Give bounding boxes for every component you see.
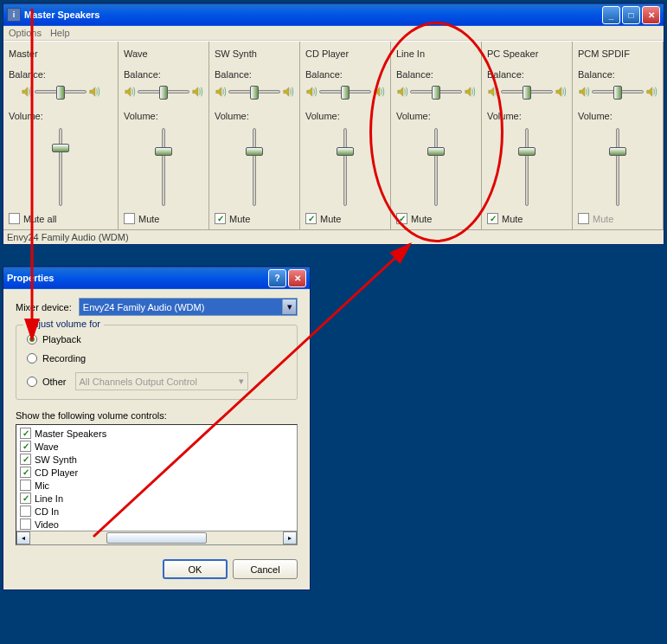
radio-recording[interactable]: Recording xyxy=(27,353,286,364)
mute-checkbox[interactable]: ✓ xyxy=(9,213,20,224)
mixer-device-label: Mixer device: xyxy=(16,302,72,312)
volume-thumb[interactable] xyxy=(246,147,263,156)
volume-slider[interactable] xyxy=(426,128,446,206)
balance-thumb[interactable] xyxy=(432,86,440,100)
volume-slider[interactable] xyxy=(335,128,356,206)
radio-playback[interactable]: Playback xyxy=(27,334,286,345)
mixer-device-combo[interactable]: Envy24 Family Audio (WDM) ▾ xyxy=(79,298,298,316)
volume-thumb[interactable] xyxy=(52,144,69,152)
channel-pcm-spdif: PCM SPDIFBalance:Volume:✓Mute xyxy=(573,42,664,229)
menu-help[interactable]: Help xyxy=(50,28,70,38)
balance-slider[interactable] xyxy=(501,90,553,93)
control-item-label: Mic xyxy=(35,480,49,491)
chevron-down-icon: ▾ xyxy=(239,376,244,387)
volume-thumb[interactable] xyxy=(427,147,445,156)
volume-slider[interactable] xyxy=(244,128,265,206)
balance-slider[interactable] xyxy=(35,90,87,93)
balance-slider[interactable] xyxy=(592,90,644,93)
balance-thumb[interactable] xyxy=(159,86,168,100)
control-checkbox[interactable]: ✓ xyxy=(20,454,31,465)
mixer-panel: MasterBalance:Volume:✓Mute allWaveBalanc… xyxy=(3,41,664,229)
control-checkbox[interactable]: ✓ xyxy=(20,467,31,478)
channel-wave: WaveBalance:Volume:✓Mute xyxy=(119,42,209,229)
radio-other[interactable]: Other All Channels Output Control ▾ xyxy=(27,372,286,390)
volume-thumb[interactable] xyxy=(155,147,172,156)
control-item[interactable]: ✓Mic xyxy=(18,479,295,492)
volume-slider[interactable] xyxy=(607,128,628,206)
cancel-button[interactable]: Cancel xyxy=(233,559,298,579)
control-item-label: Master Speakers xyxy=(35,428,106,439)
mute-label: Mute xyxy=(593,214,613,224)
radio-icon xyxy=(27,353,37,364)
scroll-thumb[interactable] xyxy=(106,532,208,544)
volume-label: Volume: xyxy=(124,111,203,121)
mute-checkbox[interactable]: ✓ xyxy=(305,213,317,224)
control-item[interactable]: ✓CD In xyxy=(18,505,295,518)
radio-icon xyxy=(27,377,37,387)
balance-slider[interactable] xyxy=(319,90,371,93)
mixer-title: Master Speakers xyxy=(24,10,602,20)
balance-slider[interactable] xyxy=(138,90,189,93)
volume-label: Volume: xyxy=(305,111,385,121)
volume-slider[interactable] xyxy=(516,128,537,206)
channel-title: Master xyxy=(9,48,112,59)
volume-thumb[interactable] xyxy=(518,147,536,156)
control-item[interactable]: ✓Wave xyxy=(18,440,295,453)
volume-label: Volume: xyxy=(215,111,294,121)
channel-title: PCM SPDIF xyxy=(578,48,657,59)
volume-label: Volume: xyxy=(396,111,476,121)
balance-thumb[interactable] xyxy=(613,86,622,100)
balance-slider[interactable] xyxy=(410,90,462,93)
properties-titlebar[interactable]: Properties ? ✕ xyxy=(3,267,310,289)
control-item[interactable]: ✓Line In xyxy=(18,492,295,505)
channel-title: Line In xyxy=(396,48,476,59)
mute-checkbox[interactable]: ✓ xyxy=(487,213,498,224)
mute-label: Mute all xyxy=(23,214,57,224)
properties-close-button[interactable]: ✕ xyxy=(288,269,306,287)
volume-slider[interactable] xyxy=(153,128,174,206)
volume-label: Volume: xyxy=(9,111,112,121)
balance-label: Balance: xyxy=(487,69,567,80)
control-checkbox[interactable]: ✓ xyxy=(20,428,31,439)
balance-thumb[interactable] xyxy=(56,86,65,100)
group-title: Adjust volume for xyxy=(23,319,104,329)
balance-thumb[interactable] xyxy=(523,86,531,100)
adjust-volume-group: Adjust volume for Playback Recording Oth… xyxy=(16,325,298,400)
maximize-button[interactable]: □ xyxy=(622,6,640,24)
control-checkbox[interactable]: ✓ xyxy=(20,441,31,452)
controls-listbox[interactable]: ✓Master Speakers✓Wave✓SW Synth✓CD Player… xyxy=(16,424,298,545)
mute-checkbox[interactable]: ✓ xyxy=(215,213,226,224)
mute-checkbox[interactable]: ✓ xyxy=(124,213,135,224)
ok-button[interactable]: OK xyxy=(163,559,228,579)
volume-thumb[interactable] xyxy=(337,147,354,156)
horizontal-scrollbar[interactable]: ◂ ▸ xyxy=(16,531,297,544)
balance-slider[interactable] xyxy=(228,90,280,93)
scroll-right-button[interactable]: ▸ xyxy=(283,531,297,544)
scroll-left-button[interactable]: ◂ xyxy=(16,531,30,544)
control-item[interactable]: ✓SW Synth xyxy=(18,453,295,466)
volume-slider[interactable] xyxy=(50,128,71,206)
control-item[interactable]: ✓Master Speakers xyxy=(18,427,295,440)
balance-thumb[interactable] xyxy=(341,86,350,100)
minimize-button[interactable]: _ xyxy=(602,6,620,24)
control-item[interactable]: ✓Video xyxy=(18,518,295,531)
menu-options[interactable]: Options xyxy=(9,28,42,38)
balance-label: Balance: xyxy=(124,69,203,80)
volume-thumb[interactable] xyxy=(609,147,626,156)
control-item[interactable]: ✓CD Player xyxy=(18,466,295,479)
scroll-track[interactable] xyxy=(30,531,283,544)
control-checkbox[interactable]: ✓ xyxy=(20,518,31,530)
mixer-titlebar[interactable]: i Master Speakers _ □ ✕ xyxy=(3,3,664,26)
channel-line-in: Line InBalance:Volume:✓Mute xyxy=(391,42,482,229)
mute-checkbox[interactable]: ✓ xyxy=(396,213,407,224)
help-button[interactable]: ? xyxy=(268,269,286,287)
balance-label: Balance: xyxy=(396,69,476,80)
balance-thumb[interactable] xyxy=(250,86,259,100)
close-button[interactable]: ✕ xyxy=(642,6,660,24)
channel-title: PC Speaker xyxy=(487,48,567,59)
control-checkbox[interactable]: ✓ xyxy=(20,493,31,504)
mute-label: Mute xyxy=(138,214,159,224)
control-checkbox[interactable]: ✓ xyxy=(20,506,31,517)
controls-list-label: Show the following volume controls: xyxy=(16,410,298,421)
control-checkbox[interactable]: ✓ xyxy=(20,480,31,491)
